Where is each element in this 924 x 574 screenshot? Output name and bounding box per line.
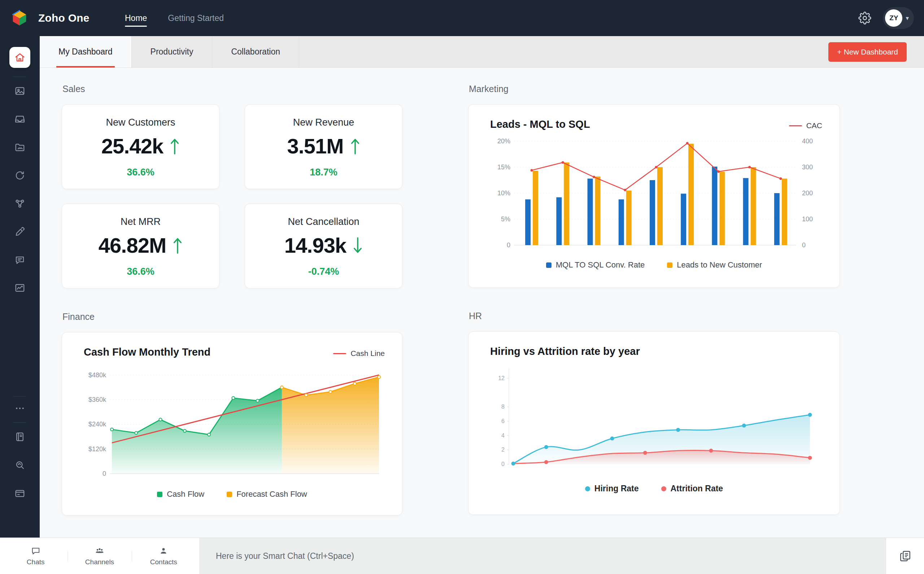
trend-up-icon <box>350 137 360 156</box>
sidebar-item-integrations[interactable] <box>14 198 25 209</box>
dashboard-tabbar: My Dashboard Productivity Collaboration … <box>40 36 924 68</box>
new-dashboard-button[interactable]: + New Dashboard <box>828 42 907 62</box>
sidebar-item-signature[interactable] <box>14 226 25 237</box>
line-swatch <box>333 353 346 354</box>
sidebar-divider <box>13 423 26 423</box>
nav-getting-started[interactable]: Getting Started <box>168 0 224 36</box>
legend-label: Hiring Rate <box>595 484 639 494</box>
leads-chart: 005%10010%20015%30020%400 <box>483 133 826 256</box>
svg-text:0: 0 <box>501 461 505 467</box>
legend-attrition-rate[interactable]: Attrition Rate <box>661 484 723 494</box>
sidebar-item-wallet[interactable] <box>14 488 25 498</box>
signature-icon <box>14 226 25 237</box>
sidebar-item-folder[interactable] <box>14 142 25 153</box>
chart-header: Cash Flow Monthly Trend Cash Line <box>77 345 388 358</box>
sidebar-divider <box>13 77 26 77</box>
home-icon <box>14 52 25 63</box>
search-icon <box>14 460 25 470</box>
kpi-title: Net Cancellation <box>288 216 359 227</box>
nav-home[interactable]: Home <box>125 0 147 36</box>
smart-chat-bar: Chats Channels Contacts <box>0 538 924 574</box>
sidebar-item-sync[interactable] <box>14 170 25 181</box>
tab-collaboration[interactable]: Collaboration <box>212 36 299 68</box>
sidebar-item-inbox[interactable] <box>14 114 25 125</box>
svg-text:$480k: $480k <box>88 372 107 379</box>
sidebar-item-feedback[interactable] <box>14 254 25 265</box>
smart-chat-field-wrap <box>199 538 886 574</box>
leads-chart-title: Leads - MQL to SQL <box>490 118 590 130</box>
legend-swatch <box>157 492 162 497</box>
kpi-value-row: 3.51M <box>287 134 360 158</box>
legend-swatch <box>546 262 551 268</box>
svg-text:6: 6 <box>501 418 505 424</box>
feedback-icon <box>14 254 25 265</box>
sidebar-divider <box>13 396 26 396</box>
hiring-chart-title: Hiring vs Attrition rate by year <box>490 345 640 357</box>
kpi-title: New Customers <box>106 117 175 128</box>
gallery-icon <box>14 85 25 96</box>
svg-text:300: 300 <box>802 164 813 171</box>
sales-kpi-grid: New Customers 25.42k 36.6% New Revenue 3… <box>62 104 403 289</box>
cashflow-chart: 0$120k$240k$360k$480k <box>77 361 388 485</box>
account-menu[interactable]: ZY ▾ <box>883 7 914 29</box>
marketing-chart-card: Leads - MQL to SQL CAC 005%10010%20015%3… <box>468 104 840 288</box>
legend-cash-flow[interactable]: Cash Flow <box>157 489 204 499</box>
cash-line-label: Cash Line <box>351 349 385 358</box>
sidebar-item-gallery[interactable] <box>14 85 25 96</box>
channels-button[interactable]: Channels <box>68 544 131 568</box>
tab-label: My Dashboard <box>58 47 113 57</box>
svg-text:8: 8 <box>501 404 505 410</box>
kpi-change: 36.6% <box>127 167 154 178</box>
hiring-legend: Hiring Rate Attrition Rate <box>483 484 825 494</box>
sidebar-item-search[interactable] <box>14 460 25 470</box>
topbar-right: ZY ▾ <box>858 7 924 29</box>
chats-icon <box>31 546 41 556</box>
legend-hiring-rate[interactable]: Hiring Rate <box>585 484 639 494</box>
sidebar-item-analytics[interactable] <box>14 283 25 293</box>
analytics-icon <box>14 283 25 293</box>
legend-label: Leads to New Customer <box>677 260 762 270</box>
zoho-one-logo-icon <box>10 9 29 27</box>
kpi-change: 18.7% <box>310 167 337 178</box>
legend-leads-to-new-customer[interactable]: Leads to New Customer <box>667 260 762 270</box>
cac-legend[interactable]: CAC <box>789 121 822 130</box>
svg-text:10%: 10% <box>497 189 510 197</box>
legend-forecast-cash-flow[interactable]: Forecast Cash Flow <box>227 489 307 499</box>
trend-up-icon <box>170 137 180 156</box>
kpi-card-new-revenue: New Revenue 3.51M 18.7% <box>245 104 403 189</box>
svg-text:0: 0 <box>507 241 510 249</box>
svg-text:$240k: $240k <box>88 421 107 428</box>
sidebar-item-more[interactable] <box>14 403 25 414</box>
kpi-value: 14.93k <box>285 233 346 257</box>
tab-productivity[interactable]: Productivity <box>132 36 213 68</box>
svg-text:400: 400 <box>802 137 813 145</box>
kpi-value: 25.42k <box>101 134 163 158</box>
line-swatch <box>789 125 802 126</box>
sidebar <box>0 36 40 538</box>
svg-text:100: 100 <box>802 216 813 223</box>
svg-text:15%: 15% <box>497 164 510 171</box>
svg-text:0: 0 <box>802 241 806 249</box>
sidebar-item-notebook[interactable] <box>14 431 25 442</box>
contacts-icon <box>159 546 168 556</box>
chart-header: Leads - MQL to SQL CAC <box>483 117 825 130</box>
marketing-section-title: Marketing <box>469 84 840 94</box>
kpi-card-new-customers: New Customers 25.42k 36.6% <box>62 104 219 189</box>
cac-label: CAC <box>806 121 822 130</box>
tab-label: Collaboration <box>231 47 280 57</box>
tab-my-dashboard[interactable]: My Dashboard <box>40 36 132 68</box>
cash-line-legend[interactable]: Cash Line <box>333 349 385 358</box>
legend-mql-to-sql[interactable]: MQL TO SQL Conv. Rate <box>546 260 645 270</box>
hr-chart-card: Hiring vs Attrition rate by year 0246812… <box>468 331 840 515</box>
smart-chat-input[interactable] <box>199 538 886 574</box>
kpi-title: New Revenue <box>293 117 354 128</box>
sidebar-item-home[interactable] <box>9 47 30 68</box>
kpi-card-net-mrr: Net MRR 46.82M 36.6% <box>62 203 219 289</box>
channels-label: Channels <box>85 558 114 566</box>
feeds-button[interactable] <box>886 538 924 574</box>
svg-text:2: 2 <box>501 446 505 453</box>
finance-chart-card: Cash Flow Monthly Trend Cash Line 0$120k… <box>62 332 403 516</box>
settings-gear-icon[interactable] <box>858 11 871 25</box>
chats-button[interactable]: Chats <box>4 544 68 568</box>
contacts-button[interactable]: Contacts <box>132 544 196 568</box>
